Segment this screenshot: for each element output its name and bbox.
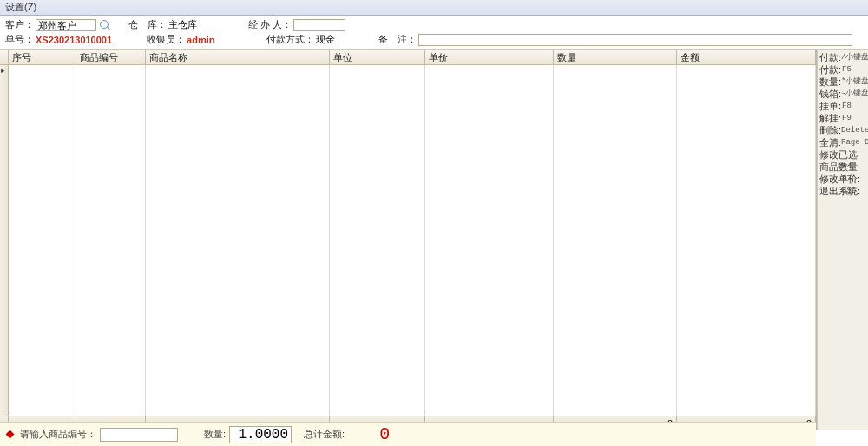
diamond-icon [6,430,15,439]
customer-input[interactable]: 郑州客户 [36,19,96,31]
grid-header: 序号商品编号商品名称单位单价数量金额 [0,50,816,65]
barcode-prompt: 请输入商品编号： [20,428,96,441]
column-header[interactable]: 序号 [9,50,76,64]
column-header[interactable]: 数量 [554,50,677,64]
column-header[interactable]: 商品名称 [146,50,330,64]
barcode-input[interactable] [100,428,178,442]
remark-input[interactable] [418,34,852,46]
orderno-label: 单号： [5,33,34,46]
paymethod-label: 付款方式： [266,33,314,46]
shortcut-sidebar: 付款:/小键盘付款:F5数量:*小键盘钱箱:-小键盘挂单:F8解挂:F9删除:D… [817,50,868,430]
grid-body[interactable]: ▸ [0,65,816,416]
shortcut-row: 退出系统:ESC [819,186,867,198]
new-row-marker-icon: ▸ [0,65,5,75]
orderno-value: XS230213010001 [36,35,112,45]
column-header[interactable]: 商品编号 [76,50,146,64]
shortcut-row: 全清:Page Down [819,137,867,149]
row-header-column: ▸ [0,65,9,416]
paymethod-value: 现金 [316,33,359,46]
warehouse-value: 主仓库 [168,18,229,31]
header-panel: 客户： 郑州客户 仓 库： 主仓库 经 办 人： 单号： XS230213010… [0,16,868,49]
handler-input[interactable] [293,19,345,31]
shortcut-row: 钱箱:-小键盘 [819,89,867,101]
shortcut-row: 数量:*小键盘 [819,76,867,89]
handler-label: 经 办 人： [248,18,292,31]
cashier-label: 收银员： [147,33,185,46]
cashier-value: admin [187,35,247,45]
column-header[interactable]: 单位 [330,50,425,64]
shortcut-row: 解挂:F9 [819,113,867,125]
total-value: 0 [379,424,390,444]
customer-label: 客户： [5,18,34,31]
remark-label: 备 注： [378,33,417,46]
warehouse-label: 仓 库： [128,18,167,31]
data-grid[interactable]: 序号商品编号商品名称单位单价数量金额 ▸ 00 [0,50,817,430]
shortcut-row: 付款:F5 [819,64,867,76]
qty-input[interactable]: 1.0000 [229,426,292,443]
search-icon[interactable] [99,19,111,31]
grid-body-columns [9,65,816,416]
shortcut-row: 挂单:F8 [819,101,867,113]
qty-label: 数量: [204,428,226,441]
total-label: 总计金额: [304,428,345,441]
menu-settings[interactable]: 设置(Z) [5,2,36,12]
grid-corner [0,50,9,64]
shortcut-row: 删除:Delete [819,125,867,137]
menubar: 设置(Z) [0,0,868,16]
shortcut-row: 修改单价:F7 [819,174,867,186]
shortcut-row: 付款:/小键盘 [819,52,867,64]
column-header[interactable]: 单价 [425,50,554,64]
column-header[interactable]: 金额 [677,50,816,64]
bottom-bar: 请输入商品编号： 数量: 1.0000 总计金额: 0 [0,422,816,446]
